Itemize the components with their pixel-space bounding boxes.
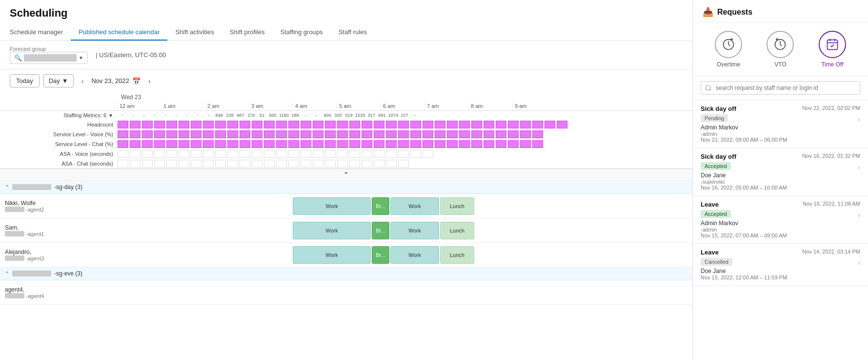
group-header-sg-day[interactable]: ⌃ -sg-day (3) — [0, 181, 692, 194]
staff-row-alejandro: Alejandro, -agent3 Work Br... Work Lunch — [0, 243, 692, 267]
tab-schedule-manager[interactable]: Schedule manager — [10, 24, 71, 41]
request-type-1: Sick day off — [701, 105, 736, 112]
view-chevron-icon: ▼ — [62, 77, 68, 85]
sl-voice-label: Service Level - Voice (%) — [0, 130, 117, 138]
date-display: Nov 23, 2022 📅 — [91, 77, 140, 85]
request-item-1[interactable]: Sick day off Nov 22, 2022, 02:02 PM Pend… — [693, 100, 868, 148]
forecast-select[interactable]: 🔍 -fg ▼ — [10, 52, 88, 64]
request-item-3[interactable]: Leave Nov 16, 2022, 11:08 AM Accepted › … — [693, 196, 868, 244]
headcount-label: Headcount — [0, 121, 117, 128]
request-badge-4: Cancelled — [701, 258, 732, 266]
staffing-metrics-label: Staffing Metrics: 6 — [63, 112, 106, 118]
asa-voice-label: ASA - Voice (seconds) — [0, 150, 117, 158]
request-person-id-1: -admin — [701, 131, 860, 137]
request-chevron-2: › — [858, 163, 860, 171]
tab-published-calendar[interactable]: Published schedule calendar — [71, 24, 167, 41]
request-badge-1: Pending — [701, 114, 728, 122]
overtime-icon-item[interactable]: Overtime — [715, 31, 742, 68]
panel-header: 📥 Requests — [693, 0, 868, 23]
today-button[interactable]: Today — [10, 74, 40, 87]
panel-search-area — [693, 76, 868, 100]
forecast-value: -fg — [24, 54, 77, 62]
time-label-12am: 12 am — [117, 102, 161, 110]
request-date-2: Nov 16, 2022, 01:32 PM — [802, 153, 860, 159]
requests-list: Sick day off Nov 22, 2022, 02:02 PM Pend… — [693, 100, 868, 360]
timeoff-icon-circle — [819, 31, 846, 58]
timeoff-icon-item[interactable]: Time Off — [819, 31, 846, 68]
metric-row-sl-chat: Service Level - Chat (%) — [0, 139, 692, 149]
request-person-id-3: -admin — [701, 227, 860, 233]
metrics-chevron-icon[interactable]: ▼ — [108, 113, 113, 118]
request-item-2[interactable]: Sick day off Nov 16, 2022, 01:32 PM Acce… — [693, 148, 868, 196]
time-label-1am: 1 am — [161, 102, 205, 110]
tab-staffing-groups[interactable]: Staffing groups — [272, 24, 330, 41]
collapse-metrics-button[interactable]: ⌃ — [0, 169, 692, 181]
calendar-icon[interactable]: 📅 — [132, 77, 141, 85]
tab-staff-rules[interactable]: Staff rules — [331, 24, 375, 41]
forecast-label: Forecast group — [10, 46, 88, 52]
calendar-controls: Today Day ▼ ‹ Nov 23, 2022 📅 › — [0, 69, 692, 92]
request-time-3: Nov 15, 2022, 07:00 AM – 09:00 AM — [701, 233, 860, 238]
shift-work-block: Work — [293, 222, 371, 239]
group-sg-eve-name: -sg-eve (3) — [54, 270, 82, 277]
day-of-week-label: Wed — [121, 94, 133, 101]
shift-break-block: Br... — [372, 197, 389, 215]
metric-row-headcount: Headcount — [0, 120, 692, 129]
shift-work-block-2: Work — [390, 246, 439, 264]
request-item-4[interactable]: Leave Nov 14, 2022, 03:14 PM Cancelled ›… — [693, 244, 868, 286]
staff-id-alejandro: -agent3 — [5, 255, 112, 261]
calendar-body: Wed 23 12 am 1 am 2 am 3 am 4 am 5 am 6 … — [0, 92, 692, 360]
tab-shift-profiles[interactable]: Shift profiles — [222, 24, 273, 41]
staff-name-agent4: agent4, — [5, 286, 112, 293]
view-selector[interactable]: Day ▼ — [43, 74, 74, 87]
shift-work-block-2: Work — [390, 197, 439, 215]
request-date-3: Nov 16, 2022, 11:08 AM — [803, 201, 860, 207]
timezone-display: | US/Eastern, UTC-05:00 — [96, 51, 166, 59]
staff-name-alejandro: Alejandro, — [5, 249, 112, 255]
staff-schedule-alejandro: Work Br... Work Lunch — [293, 244, 692, 266]
prev-date-button[interactable]: ‹ — [78, 75, 88, 87]
metric-row-occupancy: Staffing Metrics: 6 ▼ - - - - - - - - - … — [0, 111, 692, 120]
time-label-7am: 7 am — [424, 102, 468, 110]
group-sg-day-name: -sg-day (3) — [54, 184, 82, 191]
next-date-button[interactable]: › — [144, 75, 155, 87]
shift-lunch-block: Lunch — [440, 222, 474, 239]
panel-search-input[interactable] — [701, 81, 860, 95]
request-badge-3: Accepted — [701, 210, 731, 218]
staffing-rows: ⌃ -sg-day (3) Nikki, Wolfe -agent2 Work … — [0, 181, 692, 305]
group-chevron-icon-2: ⌃ — [5, 271, 9, 277]
tab-shift-activities[interactable]: Shift activities — [167, 24, 222, 41]
panel-title: 📥 Requests — [703, 7, 858, 18]
request-person-2: Doe Jane — [701, 172, 860, 179]
staff-name-nikki: Nikki, Wolfe — [5, 200, 112, 207]
current-date: Nov 23, 2022 — [91, 77, 129, 85]
timeoff-icon-label: Time Off — [821, 61, 843, 68]
vto-icon-item[interactable]: VTO — [767, 31, 794, 68]
request-person-4: Doe Jane — [701, 268, 860, 275]
request-chevron-1: › — [858, 115, 860, 123]
staff-name-sam: Sam, — [5, 224, 112, 231]
view-label: Day — [49, 77, 60, 85]
forecast-chevron-icon: ▼ — [79, 55, 83, 61]
staff-row-agent4: agent4, -agent4 — [0, 280, 692, 305]
overtime-icon-circle — [715, 31, 742, 58]
right-panel: 📥 Requests Overtime — [692, 0, 868, 360]
staff-row-sam: Sam, -agent1 Work Br... Work Lunch — [0, 218, 692, 243]
request-person-id-2: -supervisc — [701, 179, 860, 185]
metric-row-asa-voice: ASA - Voice (seconds) — [0, 149, 692, 159]
metrics-section: Staffing Metrics: 6 ▼ - - - - - - - - - … — [0, 111, 692, 169]
time-label-9am: 9 am — [512, 102, 556, 110]
time-label-8am: 8 am — [468, 102, 512, 110]
request-type-icons: Overtime VTO — [693, 23, 868, 76]
toolbar: Forecast group 🔍 -fg ▼ | US/Eastern, UTC… — [0, 41, 692, 69]
shift-work-block-2: Work — [390, 222, 439, 239]
group-header-sg-eve[interactable]: ⌃ -sg-eve (3) — [0, 267, 692, 280]
page-title: Scheduling — [10, 7, 683, 20]
time-label-4am: 4 am — [293, 102, 337, 110]
staff-schedule-nikki: Work Br... Work Lunch — [293, 195, 692, 217]
request-time-4: Nov 15, 2022, 12:00 AM – 11:59 PM — [701, 275, 860, 280]
metric-row-sl-voice: Service Level - Voice (%) — [0, 129, 692, 139]
request-person-1: Admin Markov — [701, 124, 860, 131]
staff-id-nikki: -agent2 — [5, 207, 112, 212]
request-time-2: Nov 16, 2022, 05:00 AM – 10:00 AM — [701, 185, 860, 191]
